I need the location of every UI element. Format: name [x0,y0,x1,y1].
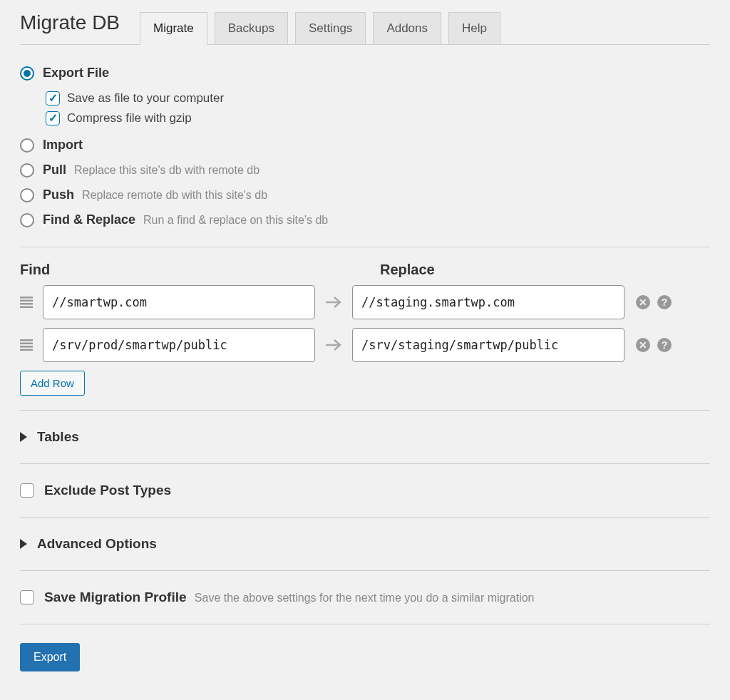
divider [20,247,710,247]
tabs: Migrate Backups Settings Addons Help [140,12,500,45]
tab-migrate[interactable]: Migrate [140,12,207,45]
divider [20,570,710,571]
radio-find-replace[interactable] [20,213,34,227]
drag-handle-icon[interactable] [20,297,34,308]
svg-rect-2 [20,303,33,305]
tab-backups[interactable]: Backups [215,12,288,45]
divider [20,517,710,518]
find-column-label: Find [20,262,359,278]
label-push: Push Replace remote db with this site's … [43,187,267,202]
arrow-right-icon [324,295,344,309]
hint-pull: Replace this site's db with remote db [74,164,259,176]
checkbox-save-as-file[interactable] [46,91,60,105]
label-export-file: Export File [43,66,109,81]
section-save-profile-label: Save Migration Profile Save the above se… [44,590,535,605]
section-advanced-label: Advanced Options [37,536,157,552]
mode-options: Export File Save as file to your compute… [20,45,710,232]
disclosure-tables-icon[interactable] [20,432,27,442]
arrow-right-icon [324,338,344,352]
replace-input[interactable] [352,328,624,362]
remove-row-icon[interactable]: ✕ [636,338,650,352]
export-button[interactable]: Export [20,643,80,671]
label-pull: Pull Replace this site's db with remote … [43,163,259,177]
checkbox-compress-gzip[interactable] [46,111,60,125]
label-save-as-file: Save as file to your computer [67,91,224,105]
svg-rect-7 [20,346,33,348]
svg-rect-8 [20,349,33,351]
disclosure-advanced-icon[interactable] [20,539,27,549]
divider [20,410,710,411]
find-replace-row: ✕ ? [20,328,710,362]
label-find-replace: Find & Replace Run a find & replace on t… [43,212,328,227]
help-icon[interactable]: ? [657,338,672,352]
help-icon[interactable]: ? [657,295,672,309]
label-compress-gzip: Compress file with gzip [67,111,192,125]
radio-push[interactable] [20,188,34,202]
find-input[interactable] [43,328,315,362]
svg-rect-5 [20,339,33,341]
find-replace-header: Find Replace [20,262,710,278]
hint-save-profile: Save the above settings for the next tim… [195,592,535,604]
replace-input[interactable] [352,285,624,319]
replace-column-label: Replace [359,262,435,278]
find-input[interactable] [43,285,315,319]
export-sub-options: Save as file to your computer Compress f… [20,86,710,133]
remove-row-icon[interactable]: ✕ [636,295,650,309]
radio-export-file[interactable] [20,66,34,81]
hint-find-replace: Run a find & replace on this site's db [143,214,328,226]
tab-addons[interactable]: Addons [373,12,441,45]
radio-import[interactable] [20,138,34,153]
tab-settings[interactable]: Settings [295,12,366,45]
add-row-button[interactable]: Add Row [20,371,85,396]
divider [20,463,710,464]
checkbox-exclude-post-types[interactable] [20,483,34,498]
section-tables-label: Tables [37,429,79,445]
find-replace-row: ✕ ? [20,285,710,319]
checkbox-save-profile[interactable] [20,590,34,604]
drag-handle-icon[interactable] [20,339,34,351]
section-exclude-post-types-label: Exclude Post Types [44,483,171,498]
tab-help[interactable]: Help [448,12,500,45]
hint-push: Replace remote db with this site's db [82,189,267,201]
svg-rect-3 [20,307,33,309]
svg-rect-0 [20,297,33,299]
label-import: Import [43,138,83,153]
page-title: Migrate DB [20,11,120,44]
svg-rect-1 [20,300,33,302]
radio-pull[interactable] [20,163,34,177]
svg-rect-6 [20,343,33,345]
divider [20,624,710,624]
